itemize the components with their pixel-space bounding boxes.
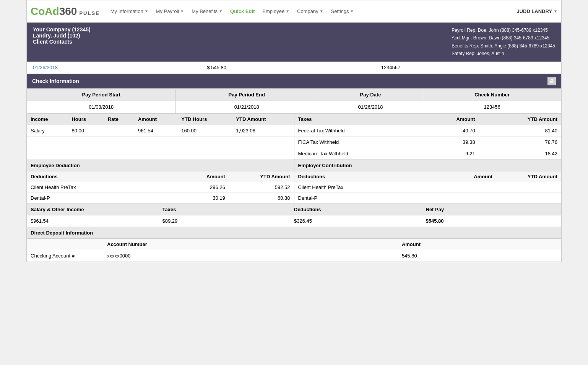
deduction-row-dental: Dental-P 30.19 60.38 bbox=[27, 193, 294, 204]
tax-ytd-federal: 81.40 bbox=[479, 125, 561, 136]
logo-pulse: PULSE bbox=[79, 10, 99, 16]
acct-mgr: Acct Mgr.: Brown, Dawn (888) 345-6789 x1… bbox=[452, 34, 555, 42]
summary-taxes-value: $89.29 bbox=[162, 218, 294, 224]
dd-col-account: Account Number bbox=[103, 239, 398, 250]
employer-row-health: Client Health PreTax bbox=[294, 182, 562, 193]
income-amount: 961.54 bbox=[134, 125, 177, 136]
summary-deductions-label: Deductions bbox=[294, 207, 426, 212]
main-content: 01/26/2018 $ 545.80 1234567 Check Inform… bbox=[27, 62, 561, 262]
check-dates-row: 01/08/2018 01/21/2018 01/26/2018 123456 bbox=[27, 101, 561, 113]
deduction-amount-dental: 30.19 bbox=[160, 195, 225, 201]
employer-contribution-content: Deductions Amount YTD Amount Client Heal… bbox=[294, 171, 562, 204]
dd-col-name bbox=[27, 239, 103, 250]
nav-my-information[interactable]: My Information ▼ bbox=[107, 7, 151, 16]
tax-ytd-medicare: 18.42 bbox=[479, 148, 561, 159]
nav-my-benefits[interactable]: My Benefits ▼ bbox=[188, 7, 226, 16]
header-left: Your Company (12345) Landry, Judd (102) … bbox=[33, 26, 91, 45]
safety-rep: Safety Rep: Jones, Austin bbox=[452, 50, 555, 57]
col-check-number: Check Number bbox=[423, 88, 561, 101]
income-ytd-amount: 1,923.08 bbox=[232, 125, 294, 136]
nav-employee[interactable]: Employee ▼ bbox=[259, 7, 292, 16]
income-row: Salary 80.00 961.54 160.00 1,923.08 bbox=[27, 125, 294, 136]
employer-col-name: Deductions bbox=[298, 174, 428, 179]
income-taxes-split: Income Hours Rate Amount YTD Hours YTD A… bbox=[27, 113, 561, 160]
summary-net-pay-value: $545.80 bbox=[426, 218, 558, 224]
check-info-title: Check Information bbox=[32, 78, 79, 84]
deduction-col-ytd: YTD Amount bbox=[225, 174, 290, 179]
summary-deductions-value: $326.45 bbox=[294, 218, 426, 224]
direct-deposit-header: Direct Deposit Information bbox=[27, 227, 561, 239]
dd-row: Checking Account # xxxxx0000 545.80 bbox=[27, 250, 561, 261]
deduction-ytd-dental: 60.38 bbox=[225, 195, 290, 201]
employer-amount-health bbox=[428, 184, 493, 190]
benefits-rep: Benefits Rep: Smith, Angie (888) 345-678… bbox=[452, 42, 555, 50]
header-bar: Your Company (12345) Landry, Judd (102) … bbox=[27, 23, 561, 62]
dd-col-amount: Amount bbox=[398, 239, 561, 250]
employer-col-ytd: YTD Amount bbox=[492, 174, 557, 179]
income-col-amount: Amount bbox=[134, 114, 177, 125]
tax-name-medicare: Medicare Tax Withheld bbox=[294, 148, 421, 159]
summary-net-pay-label: Net Pay bbox=[426, 207, 558, 212]
direct-deposit-table: Account Number Amount Checking Account #… bbox=[27, 239, 561, 262]
chevron-down-icon: ▼ bbox=[320, 9, 323, 13]
pay-period-start-value: 01/08/2018 bbox=[27, 101, 176, 113]
nav-quick-edit[interactable]: Quick Edit bbox=[227, 7, 258, 16]
chevron-down-icon: ▼ bbox=[286, 9, 289, 13]
taxes-col-name: Taxes bbox=[294, 114, 421, 125]
deduction-contribution-split: Employee Deduction Deductions Amount YTD… bbox=[27, 160, 561, 204]
employer-contribution-header: Employer Contribution bbox=[294, 160, 562, 171]
tax-amount-federal: 40.70 bbox=[421, 125, 479, 136]
header-right: Payroll Rep: Doe, John (888) 345-6789 x1… bbox=[452, 26, 555, 58]
nav-company[interactable]: Company ▼ bbox=[294, 7, 326, 16]
nav-my-payroll[interactable]: My Payroll ▼ bbox=[153, 7, 187, 16]
summary-taxes-label: Taxes bbox=[162, 207, 294, 212]
employee-deduction-section: Employee Deduction Deductions Amount YTD… bbox=[27, 160, 294, 204]
employer-name-dental: Dental-P bbox=[298, 195, 428, 201]
income-name: Salary bbox=[27, 125, 68, 136]
employer-name-health: Client Health PreTax bbox=[298, 184, 428, 190]
check-number-value: 123456 bbox=[423, 101, 561, 113]
check-info-header: Check Information 🖨 bbox=[27, 74, 561, 88]
deduction-row-health: Client Health PreTax 296.26 592.52 bbox=[27, 182, 294, 193]
print-icon[interactable]: 🖨 bbox=[547, 77, 556, 85]
nav-user[interactable]: JUDD LANDRY ▼ bbox=[517, 8, 557, 14]
dd-account-number: xxxxx0000 bbox=[103, 250, 398, 261]
income-col-income: Income bbox=[27, 114, 68, 125]
date-row: 01/26/2018 $ 545.80 1234567 bbox=[27, 62, 561, 74]
employer-amount-dental bbox=[428, 195, 493, 201]
logo-360: 360 bbox=[59, 5, 77, 18]
employee-name: Landry, Judd (102) bbox=[33, 33, 91, 39]
chevron-down-icon: ▼ bbox=[350, 9, 354, 13]
tax-name-fica: FICA Tax Withheld bbox=[294, 136, 421, 148]
income-ytd-hours: 160.00 bbox=[177, 125, 232, 136]
income-col-ytd-hours: YTD Hours bbox=[177, 114, 232, 125]
amount-cell: $ 545.80 bbox=[207, 65, 381, 70]
check-num-cell: 1234567 bbox=[381, 65, 555, 70]
company-name: Your Company (12345) bbox=[33, 26, 91, 33]
income-hours: 80.00 bbox=[68, 125, 104, 136]
tax-row-medicare: Medicare Tax Withheld 9.21 18.42 bbox=[294, 148, 562, 159]
payroll-rep: Payroll Rep: Doe, John (888) 345-6789 x1… bbox=[452, 26, 555, 34]
employer-col-amount: Amount bbox=[428, 174, 493, 179]
deduction-name-dental: Dental-P bbox=[31, 195, 160, 201]
pay-period-end-value: 01/21/2018 bbox=[175, 101, 318, 113]
income-col-hours: Hours bbox=[68, 114, 104, 125]
deduction-amount-health: 296.26 bbox=[160, 184, 225, 190]
dd-amount: 545.80 bbox=[398, 250, 561, 261]
direct-deposit-section: Direct Deposit Information Account Numbe… bbox=[27, 227, 561, 262]
tax-ytd-fica: 78.76 bbox=[479, 136, 561, 148]
deduction-col-headers: Deductions Amount YTD Amount bbox=[27, 171, 294, 182]
deduction-col-amount: Amount bbox=[160, 174, 225, 179]
deduction-col-name: Deductions bbox=[31, 174, 160, 179]
summary-salary-label: Salary & Other Income bbox=[31, 207, 162, 212]
employer-contribution-section: Employer Contribution Deductions Amount … bbox=[294, 160, 562, 204]
nav-settings[interactable]: Settings ▼ bbox=[328, 7, 357, 16]
pay-date-link[interactable]: 01/26/2018 bbox=[33, 65, 207, 70]
employer-row-dental: Dental-P bbox=[294, 193, 562, 204]
col-pay-date: Pay Date bbox=[318, 88, 423, 101]
summary-salary-value: $961.54 bbox=[31, 218, 162, 224]
income-table: Income Hours Rate Amount YTD Hours YTD A… bbox=[27, 114, 294, 137]
employer-ytd-dental bbox=[492, 195, 557, 201]
employer-ytd-health bbox=[492, 184, 557, 190]
client-contacts: Client Contacts bbox=[33, 39, 91, 45]
